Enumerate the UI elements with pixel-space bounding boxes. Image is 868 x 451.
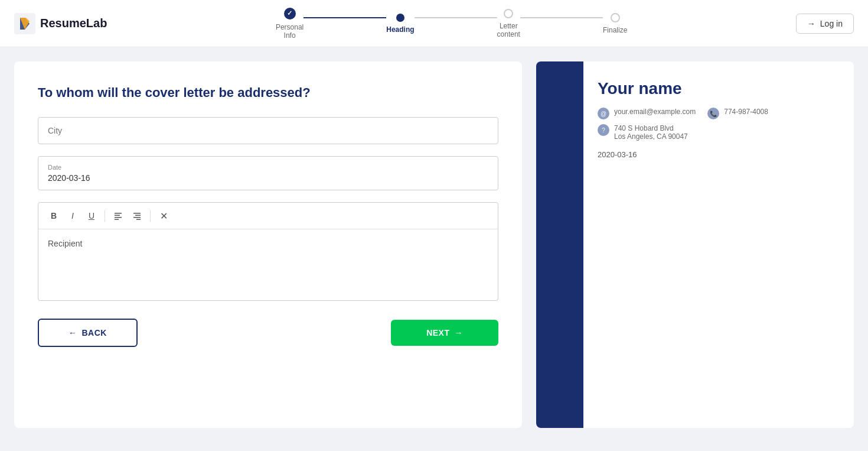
next-arrow-icon: → <box>455 328 464 338</box>
preview-email: your.email@example.com <box>614 108 696 116</box>
header: ResumeLab ✓ PersonalInfo Heading Letterc… <box>0 0 868 47</box>
phone-icon: 📞 <box>707 108 719 119</box>
svg-rect-8 <box>136 219 141 220</box>
next-label: NEXT <box>426 328 449 338</box>
step-line-3 <box>520 17 603 18</box>
step-label-personal-info: PersonalInfo <box>276 23 304 40</box>
toolbar-separator-2 <box>150 210 151 222</box>
editor-wrapper: B I U ✕ Recipient <box>38 202 498 301</box>
svg-rect-1 <box>115 213 122 214</box>
recipient-placeholder: Recipient <box>48 239 82 248</box>
step-finalize: Finalize <box>603 13 627 34</box>
preview-address: 740 S Hobard Blvd Los Angeles, CA 90047 <box>614 124 688 141</box>
step-label-letter-content: Lettercontent <box>497 22 520 38</box>
back-arrow-icon: ← <box>68 328 77 338</box>
step-personal-info: ✓ PersonalInfo <box>276 8 304 40</box>
back-label: BACK <box>82 328 107 338</box>
step-heading: Heading <box>386 14 414 34</box>
svg-rect-5 <box>133 213 141 214</box>
main-content: To whom will the cover letter be address… <box>0 47 868 442</box>
logo-icon <box>14 13 35 34</box>
preview-accent-bar <box>536 61 583 428</box>
login-button[interactable]: → Log in <box>796 14 854 34</box>
step-circle-finalize <box>611 13 620 22</box>
step-line-2 <box>415 17 497 18</box>
toolbar-separator-1 <box>105 210 105 222</box>
step-label-finalize: Finalize <box>603 26 627 34</box>
stepper: ✓ PersonalInfo Heading Lettercontent Fin… <box>276 8 627 40</box>
underline-button[interactable]: U <box>83 207 100 224</box>
align-right-button[interactable] <box>129 207 145 224</box>
editor-toolbar: B I U ✕ <box>38 203 498 229</box>
nav-buttons: ← BACK NEXT → <box>38 319 498 347</box>
step-label-heading: Heading <box>386 25 414 34</box>
bold-button[interactable]: B <box>45 207 62 224</box>
date-value: 2020-03-16 <box>48 173 488 183</box>
form-panel: To whom will the cover letter be address… <box>14 61 522 428</box>
svg-rect-2 <box>115 215 120 216</box>
preview-address-row: ? 740 S Hobard Blvd Los Angeles, CA 9004… <box>598 124 840 141</box>
step-line-1 <box>304 17 386 18</box>
login-icon: → <box>807 19 815 28</box>
align-left-button[interactable] <box>110 207 126 224</box>
clear-format-button[interactable]: ✕ <box>155 207 172 224</box>
svg-rect-4 <box>115 219 119 220</box>
city-field-group <box>38 117 498 144</box>
preview-content: Your name @ your.email@example.com 📞 774… <box>583 61 854 428</box>
preview-phone: 774-987-4008 <box>724 108 768 116</box>
editor-content[interactable]: Recipient <box>38 229 498 300</box>
logo-text: ResumeLab <box>40 17 107 30</box>
preview-address-line1: 740 S Hobard Blvd <box>614 124 688 132</box>
step-circle-heading <box>396 14 404 22</box>
form-title: To whom will the cover letter be address… <box>38 85 498 100</box>
preview-address-line2: Los Angeles, CA 90047 <box>614 132 688 141</box>
svg-rect-3 <box>115 217 122 218</box>
step-letter-content: Lettercontent <box>497 9 520 38</box>
italic-button[interactable]: I <box>64 207 81 224</box>
svg-rect-6 <box>135 215 141 216</box>
back-button[interactable]: ← BACK <box>38 319 138 347</box>
preview-panel: Your name @ your.email@example.com 📞 774… <box>536 61 854 428</box>
step-circle-letter-content <box>504 9 513 18</box>
step-circle-personal-info: ✓ <box>284 8 296 20</box>
next-button[interactable]: NEXT → <box>391 320 498 346</box>
svg-rect-7 <box>133 217 141 218</box>
preview-date: 2020-03-16 <box>598 150 840 159</box>
email-icon: @ <box>598 108 609 119</box>
date-field-wrapper[interactable]: Date 2020-03-16 <box>38 156 498 190</box>
preview-name: Your name <box>598 79 840 98</box>
logo: ResumeLab <box>14 13 107 34</box>
address-icon: ? <box>598 124 609 136</box>
city-input[interactable] <box>38 117 498 144</box>
login-label: Log in <box>820 19 843 28</box>
date-label: Date <box>48 164 488 171</box>
preview-email-row: @ your.email@example.com 📞 774-987-4008 <box>598 108 840 119</box>
